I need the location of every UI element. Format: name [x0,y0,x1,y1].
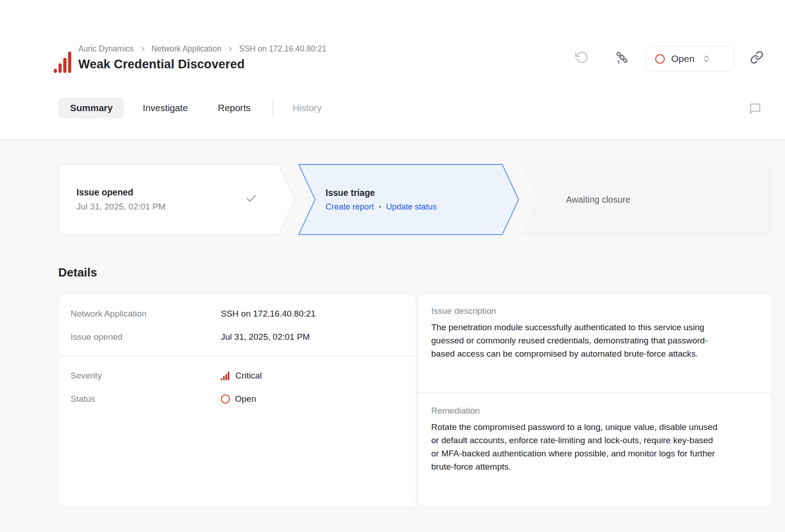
stage-issue-triage: Issue triage Create report • Update stat… [298,164,519,235]
tab-bar: Summary Investigate Reports History [58,97,333,119]
fields-section-bottom: Severity Critical Status Open [59,357,416,506]
open-status-icon [655,54,665,64]
details-cards: Network Application SSH on 172.16.40.80:… [58,294,771,507]
stage-actions: Create report • Update status [326,202,492,212]
comments-button[interactable] [747,101,763,118]
stage-title: Awaiting closure [566,194,761,205]
stage-timestamp: Jul 31, 2025, 02:01 PM [76,202,250,212]
field-value-severity: Critical [221,371,262,381]
status-ring-icon [221,394,230,404]
check-icon [245,192,258,207]
header-actions: Open [0,45,785,73]
field-label: Issue opened [71,332,221,342]
remediation-text: Rotate the compromised password to a lon… [431,420,723,473]
status-value: Open [235,394,256,404]
field-row-network-application: Network Application SSH on 172.16.40.80:… [71,302,404,325]
severity-value: Critical [235,371,262,381]
content-area: Issue opened Jul 31, 2025, 02:01 PM Issu… [0,140,785,532]
field-value-status: Open [221,394,256,404]
field-row-status: Status Open [71,387,404,410]
status-dropdown-label: Open [671,53,694,64]
field-value: SSH on 172.16.40.80:21 [221,309,316,319]
tab-divider [272,101,273,115]
tab-history[interactable]: History [280,97,333,118]
copy-link-button[interactable] [748,49,766,67]
chevron-updown-icon [703,54,710,63]
create-report-link[interactable]: Create report [326,202,374,212]
issue-detail-page: Auric Dynamics Network Application SSH o… [0,0,785,532]
severity-bars-icon [221,371,230,380]
remediation-section: Remediation Rotate the compromised passw… [418,393,771,506]
issue-description-label: Issue description [431,306,758,316]
field-row-severity: Severity Critical [71,364,404,387]
update-status-link[interactable]: Update status [386,202,437,212]
details-fields-card: Network Application SSH on 172.16.40.80:… [58,294,416,507]
issue-description-section: Issue description The penetration module… [418,294,771,392]
tab-summary[interactable]: Summary [58,97,124,118]
link-icon [750,51,764,66]
comment-bubble-icon [749,102,761,117]
field-value: Jul 31, 2025, 02:01 PM [221,332,310,342]
issue-description-text: The penetration module successfully auth… [431,321,723,360]
satellite-button[interactable] [613,49,631,67]
field-row-issue-opened: Issue opened Jul 31, 2025, 02:01 PM [71,325,404,348]
tab-reports[interactable]: Reports [206,97,263,118]
field-label: Severity [71,371,221,381]
fields-section-top: Network Application SSH on 172.16.40.80:… [59,294,416,356]
status-dropdown-button[interactable]: Open [646,46,734,72]
header: Auric Dynamics Network Application SSH o… [0,0,785,140]
details-heading: Details [58,266,97,280]
undo-button[interactable] [573,49,591,67]
stage-awaiting-closure: Awaiting closure [523,164,770,235]
field-label: Network Application [71,309,221,319]
stage-issue-opened: Issue opened Jul 31, 2025, 02:01 PM [58,164,295,235]
stage-title: Issue triage [326,188,492,198]
satellite-icon [615,50,629,66]
tab-investigate[interactable]: Investigate [131,97,199,118]
remediation-label: Remediation [431,406,758,416]
workflow-stepper: Issue opened Jul 31, 2025, 02:01 PM Issu… [0,164,785,235]
stage-title: Issue opened [76,187,250,198]
details-text-card: Issue description The penetration module… [418,294,771,507]
dot-separator: • [379,203,381,210]
undo-icon [575,51,589,66]
field-label: Status [71,394,221,404]
